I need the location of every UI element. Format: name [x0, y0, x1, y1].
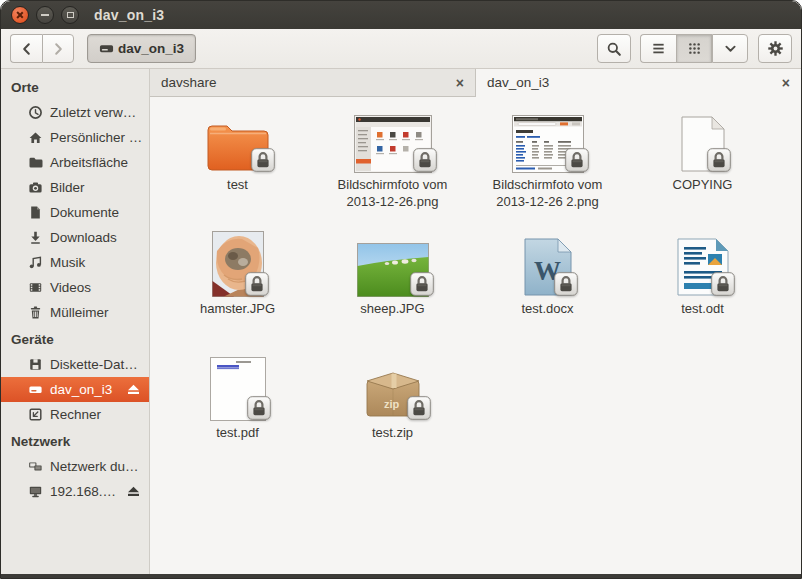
- view-options-dropdown-button[interactable]: [712, 34, 748, 63]
- file-item-test-odt[interactable]: test.odt: [625, 227, 780, 351]
- forward-button[interactable]: [42, 34, 74, 63]
- tab-close-button[interactable]: ×: [782, 76, 790, 90]
- search-button[interactable]: [597, 34, 631, 63]
- close-icon: [16, 11, 24, 19]
- content-area: davshare × dav_on_i3 ×: [150, 69, 801, 574]
- file-label: Bildschirmfoto vom 2013-12-26 2.png: [482, 177, 614, 211]
- window-close-button[interactable]: [11, 6, 29, 24]
- sidebar-item-label: Downloads: [50, 230, 117, 245]
- toolbar: dav_on_i3: [1, 29, 801, 69]
- file-label: sheep.JPG: [360, 301, 424, 318]
- clock-icon: [28, 105, 43, 120]
- sidebar-item-trash[interactable]: Mülleimer: [1, 300, 149, 325]
- sidebar-item-documents[interactable]: Dokumente: [1, 200, 149, 225]
- file-item-test-docx[interactable]: W test.docx: [470, 227, 625, 351]
- sidebar-item-label: Rechner: [50, 407, 101, 422]
- file-icon-wrap: zip: [360, 353, 426, 421]
- folder-icon: [28, 155, 43, 170]
- file-item-sheep-jpg[interactable]: sheep.JPG: [315, 227, 470, 351]
- sidebar-item-floppy[interactable]: Diskette-Dat…: [1, 352, 149, 377]
- file-item-screenshot-2[interactable]: Bildschirmfoto vom 2013-12-26 2.png: [470, 103, 625, 227]
- sidebar-item-label: Zuletzt verw…: [50, 105, 136, 120]
- tab-bar: davshare × dav_on_i3 ×: [150, 69, 801, 97]
- sidebar-item-label: Videos: [50, 280, 91, 295]
- sidebar-section-network: Netzwerk: [1, 427, 149, 454]
- file-icon-wrap: [512, 105, 584, 173]
- file-icon-wrap: [354, 105, 432, 173]
- file-grid: test: [150, 97, 801, 574]
- list-view-button[interactable]: [640, 34, 676, 63]
- file-item-copying[interactable]: COPYING: [625, 103, 780, 227]
- lock-emblem-icon: [554, 272, 578, 296]
- file-item-test-zip[interactable]: zip test.zip: [315, 351, 470, 475]
- nav-button-group: [10, 34, 74, 63]
- window-maximize-button[interactable]: [61, 6, 79, 24]
- sidebar-item-label: Arbeitsfläche: [50, 155, 128, 170]
- drive-icon: [99, 41, 114, 56]
- eject-icon[interactable]: [126, 485, 141, 498]
- lock-emblem-icon: [711, 272, 735, 296]
- back-button[interactable]: [10, 34, 42, 63]
- breadcrumb-location-button[interactable]: dav_on_i3: [87, 34, 196, 63]
- tab-close-button[interactable]: ×: [456, 76, 464, 90]
- remote-computer-icon: [28, 484, 43, 499]
- sidebar-item-computer[interactable]: Rechner: [1, 402, 149, 427]
- sidebar-item-label: 192.168.…: [50, 484, 116, 499]
- sidebar-item-server-192-168[interactable]: 192.168.…: [1, 479, 149, 504]
- lock-emblem-icon: [251, 148, 275, 172]
- tab-label: davshare: [161, 75, 217, 90]
- chevron-down-icon: [723, 41, 738, 56]
- document-icon: [28, 205, 43, 220]
- list-view-icon: [651, 41, 666, 56]
- chevron-right-icon: [50, 41, 66, 57]
- computer-icon: [28, 407, 43, 422]
- sidebar-item-recent[interactable]: Zuletzt verw…: [1, 100, 149, 125]
- sidebar-item-label: Diskette-Dat…: [50, 357, 138, 372]
- file-label: test.odt: [681, 301, 724, 318]
- chevron-left-icon: [19, 41, 35, 57]
- search-icon: [606, 41, 622, 57]
- eject-icon[interactable]: [126, 383, 141, 396]
- sidebar-item-videos[interactable]: Videos: [1, 275, 149, 300]
- sidebar-item-pictures[interactable]: Bilder: [1, 175, 149, 200]
- sidebar-item-music[interactable]: Musik: [1, 250, 149, 275]
- file-item-test-pdf[interactable]: test.pdf: [160, 351, 315, 475]
- drive-icon: [28, 382, 43, 397]
- tab-davshare[interactable]: davshare ×: [150, 69, 476, 97]
- sidebar-item-downloads[interactable]: Downloads: [1, 225, 149, 250]
- lock-emblem-icon: [707, 148, 731, 172]
- home-icon: [28, 130, 43, 145]
- grid-view-button[interactable]: [676, 34, 712, 63]
- sidebar-item-label: Mülleimer: [50, 305, 109, 320]
- file-item-test-folder[interactable]: test: [160, 103, 315, 227]
- file-icon-wrap: [210, 353, 266, 421]
- tab-dav-on-i3[interactable]: dav_on_i3 ×: [476, 69, 801, 97]
- file-label: Bildschirmfoto vom 2013-12-26.png: [327, 177, 459, 211]
- lock-emblem-icon: [245, 272, 269, 296]
- window-bottom-edge: [1, 574, 801, 578]
- camera-icon: [28, 180, 43, 195]
- sidebar-item-home[interactable]: Persönlicher …: [1, 125, 149, 150]
- network-icon: [28, 459, 43, 474]
- file-item-hamster-jpg[interactable]: hamster.JPG: [160, 227, 315, 351]
- file-icon-wrap: [212, 229, 264, 297]
- sidebar-item-label: Musik: [50, 255, 85, 270]
- file-label: test.pdf: [216, 425, 259, 442]
- sidebar-item-desktop[interactable]: Arbeitsfläche: [1, 150, 149, 175]
- file-label: COPYING: [673, 177, 733, 194]
- grid-view-icon: [687, 41, 702, 56]
- file-label: test: [227, 177, 248, 194]
- sidebar-section-places: Orte: [1, 73, 149, 100]
- sidebar-item-label: Persönlicher …: [50, 130, 142, 145]
- file-item-screenshot-1[interactable]: Bildschirmfoto vom 2013-12-26.png: [315, 103, 470, 227]
- sidebar-item-network-browse[interactable]: Netzwerk du…: [1, 454, 149, 479]
- sidebar-item-dav-on-i3[interactable]: dav_on_i3: [1, 377, 149, 402]
- window-minimize-button[interactable]: [36, 6, 54, 24]
- settings-button[interactable]: [758, 34, 792, 63]
- breadcrumb-label: dav_on_i3: [118, 41, 184, 56]
- titlebar: dav_on_i3: [1, 1, 801, 29]
- film-icon: [28, 280, 43, 295]
- sidebar-section-devices: Geräte: [1, 325, 149, 352]
- floppy-icon: [28, 357, 43, 372]
- file-icon-wrap: [680, 105, 726, 173]
